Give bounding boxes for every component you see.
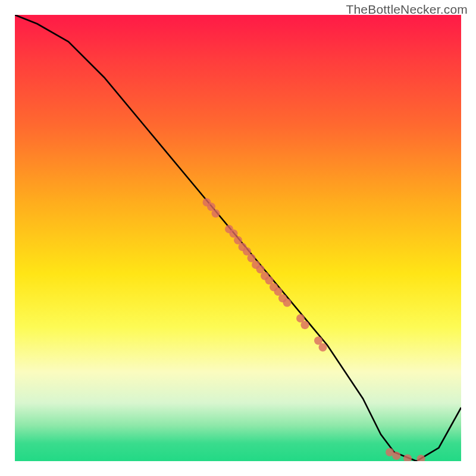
chart-svg-overlay <box>15 15 461 461</box>
data-point <box>417 455 425 461</box>
data-point <box>212 209 220 218</box>
data-point <box>392 452 400 460</box>
data-point <box>403 455 412 462</box>
bottleneck-chart: TheBottleNecker.com <box>0 0 476 476</box>
data-point <box>301 321 309 329</box>
data-point <box>319 343 327 352</box>
data-point <box>283 299 292 307</box>
